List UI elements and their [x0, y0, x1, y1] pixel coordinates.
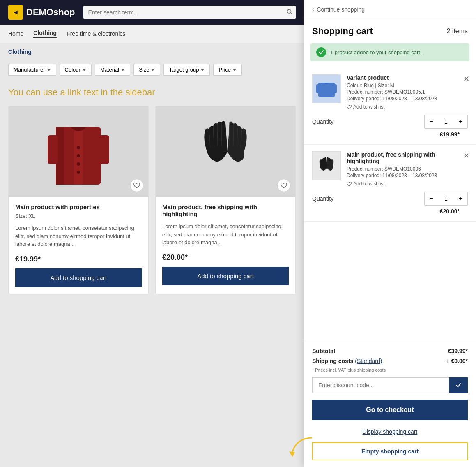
sidebar-promo-text: You can use a link text in the sidebar — [0, 79, 304, 106]
remove-item-2-button[interactable]: ✕ — [463, 151, 469, 160]
display-cart-button[interactable]: Display shopping cart — [312, 424, 468, 439]
cart-item-count: 2 items — [446, 28, 468, 35]
filter-colour[interactable]: Colour — [60, 64, 92, 76]
cart-item-1-name: Variant product — [347, 74, 468, 81]
wishlist-link-1[interactable]: Add to wishlist — [347, 104, 468, 110]
breadcrumb: Clothing — [0, 43, 304, 60]
cart-header: Shopping cart 2 items — [304, 19, 476, 40]
logo: ◄ DEMOshop — [8, 5, 75, 20]
product-desc-1: Lorem ipsum dolor sit amet, consetetur s… — [15, 224, 142, 248]
product-image-2 — [195, 115, 256, 189]
cart-item-2-details: Main product, free shipping with highlig… — [347, 151, 468, 187]
site-header: ◄ DEMOshop — [0, 0, 304, 25]
filter-manufacturer[interactable]: Manufacturer — [8, 64, 56, 76]
cart-item-1-image — [312, 74, 341, 103]
svg-line-1 — [291, 13, 292, 14]
wishlist-link-2[interactable]: Add to wishlist — [347, 181, 468, 187]
search-input[interactable] — [83, 6, 296, 19]
svg-rect-10 — [99, 135, 109, 164]
filter-price[interactable]: Price — [213, 64, 242, 76]
subtotal-row: Subtotal €39.99* — [312, 348, 468, 354]
arrow-annotation — [283, 436, 316, 458]
svg-rect-11 — [318, 83, 335, 97]
product-image-wrap-1 — [9, 106, 148, 197]
product-card-2: Main product, free shipping with highlig… — [155, 106, 296, 294]
cart-item-2-quantity-row: Quantity − + — [312, 192, 468, 206]
svg-rect-13 — [333, 84, 337, 93]
search-bar — [83, 6, 296, 19]
product-desc-2: Lorem ipsum dolor sit amet, consetetur s… — [162, 222, 289, 247]
checkout-button[interactable]: Go to checkout — [312, 400, 468, 420]
quantity-label-1: Quantity — [312, 118, 333, 125]
nav-home[interactable]: Home — [8, 30, 23, 37]
shipping-row: Shipping costs (Standard) + €0.00* — [312, 358, 468, 364]
continue-shopping-button[interactable]: ‹ Continue shopping — [312, 6, 365, 13]
svg-rect-12 — [316, 84, 320, 93]
add-to-cart-btn-1[interactable]: Add to shopping cart — [15, 268, 142, 287]
shipping-value: + €0.00* — [446, 358, 468, 364]
quantity-input-2[interactable] — [438, 195, 454, 202]
empty-cart-wrapper: Empty shopping cart — [312, 442, 468, 460]
main-nav: Home Clothing Free time & electronics — [0, 25, 304, 43]
product-price-2: €20.00* — [162, 253, 289, 262]
cart-item-1-row: Variant product Colour: Blue | Size: M P… — [312, 74, 468, 110]
wishlist-btn-1[interactable] — [130, 179, 143, 192]
nav-free-time[interactable]: Free time & electronics — [67, 30, 125, 37]
cart-summary: Subtotal €39.99* Shipping costs (Standar… — [304, 341, 476, 467]
vat-note: * Prices incl. VAT plus shipping costs — [312, 368, 468, 372]
quantity-increase-2[interactable]: + — [454, 192, 467, 205]
wishlist-btn-2[interactable] — [277, 179, 290, 192]
quantity-decrease-2[interactable]: − — [425, 192, 438, 205]
svg-point-5 — [77, 146, 80, 149]
filter-bar: Manufacturer Colour Material Size Target… — [0, 60, 304, 79]
filter-size[interactable]: Size — [133, 64, 160, 76]
success-message: 1 product added to your shopping cart. — [330, 49, 422, 55]
quantity-increase-1[interactable]: + — [454, 115, 467, 128]
cart-item-2-price: €20.00* — [312, 208, 468, 215]
product-card-1: Main product with properties Size: XL Lo… — [8, 106, 149, 294]
product-grid: Main product with properties Size: XL Lo… — [0, 106, 304, 294]
discount-apply-button[interactable] — [449, 377, 468, 393]
product-size-1: Size: XL — [15, 213, 142, 219]
quantity-input-1[interactable] — [438, 118, 454, 125]
add-to-cart-btn-2[interactable]: Add to shopping cart — [162, 267, 289, 285]
quantity-decrease-1[interactable]: − — [425, 115, 438, 128]
shipping-label: Shipping costs (Standard) — [312, 358, 382, 364]
svg-point-7 — [77, 162, 80, 166]
product-info-1: Main product with properties Size: XL Lo… — [9, 197, 148, 294]
cart-panel: ‹ Continue shopping Shopping cart 2 item… — [304, 0, 476, 467]
quantity-control-1: − + — [424, 115, 468, 129]
nav-clothing[interactable]: Clothing — [33, 30, 57, 38]
product-price-1: €19.99* — [15, 255, 142, 264]
cart-item-1-variant: Colour: Blue | Size: M — [347, 83, 468, 88]
discount-input[interactable] — [312, 377, 449, 393]
subtotal-label: Subtotal — [312, 348, 335, 354]
empty-cart-button[interactable]: Empty shopping cart — [312, 442, 468, 460]
cart-item-2-delivery: Delivery period: 11/08/2023 – 13/08/2023 — [347, 173, 468, 178]
cart-item-1-sku: Product number: SWDEMO10005.1 — [347, 89, 468, 95]
success-icon — [316, 47, 326, 57]
cart-item-1: ✕ Variant product Colour: Blue | Size: M… — [304, 68, 476, 145]
search-button[interactable] — [287, 9, 292, 16]
logo-text: DEMOshop — [26, 7, 75, 18]
shipping-standard-link[interactable]: (Standard) — [355, 358, 382, 364]
subtotal-value: €39.99* — [448, 348, 468, 354]
quantity-control-2: − + — [424, 192, 468, 206]
remove-item-1-button[interactable]: ✕ — [463, 74, 469, 83]
svg-point-6 — [77, 154, 80, 157]
cart-top-bar: ‹ Continue shopping — [304, 0, 476, 19]
product-image-1 — [48, 115, 109, 189]
cart-item-2-sku: Product number: SWDEMO10006 — [347, 166, 468, 172]
cart-items-list: ✕ Variant product Colour: Blue | Size: M… — [304, 65, 476, 341]
cart-item-1-quantity-row: Quantity − + — [312, 115, 468, 129]
svg-rect-9 — [48, 135, 58, 164]
filter-material[interactable]: Material — [95, 64, 130, 76]
svg-marker-14 — [289, 451, 295, 457]
cart-item-1-delivery: Delivery period: 11/08/2023 – 13/08/2023 — [347, 96, 468, 102]
cart-success-banner: 1 product added to your shopping cart. — [310, 43, 469, 61]
back-arrow-icon: ‹ — [312, 6, 314, 13]
product-name-1: Main product with properties — [15, 203, 142, 210]
product-name-2: Main product, free shipping with highlig… — [162, 203, 289, 217]
cart-item-2-name: Main product, free shipping with highlig… — [347, 151, 468, 164]
filter-target-group[interactable]: Target group — [163, 64, 210, 76]
